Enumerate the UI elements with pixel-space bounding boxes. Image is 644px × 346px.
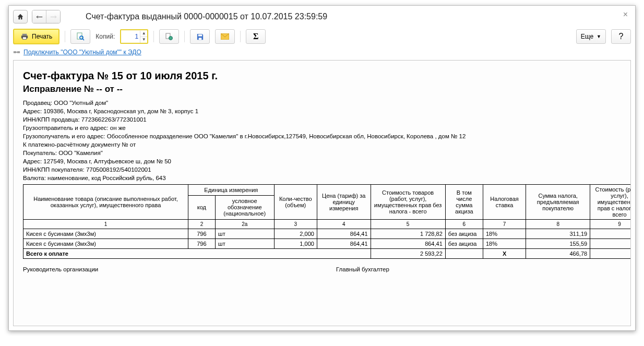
doc-title: Счет-фактура № 15 от 10 июля 2015 г. xyxy=(23,70,630,82)
sigma-icon: Σ xyxy=(253,32,258,41)
svg-point-7 xyxy=(169,37,173,40)
help-button[interactable]: ? xyxy=(611,29,631,44)
th-cost: Стоимость товаров (работ, услуг), имущес… xyxy=(371,185,445,220)
th-excise: В том числе сумма акциза xyxy=(445,185,483,220)
buyer-address: Адрес: 127549, Москва г, Алтуфьевское ш,… xyxy=(23,157,630,165)
close-icon[interactable]: × xyxy=(623,10,628,19)
edo-link[interactable]: Подключить "ООО "Уютный дом"" к ЭДО xyxy=(23,49,141,56)
settings-button[interactable] xyxy=(159,29,179,44)
svg-rect-12 xyxy=(17,51,20,53)
nav-forward-button: 🡒 xyxy=(46,10,60,23)
more-button[interactable]: Еще ▼ xyxy=(576,29,606,44)
floppy-icon xyxy=(196,33,204,41)
buyer-inn: ИНН/КПП покупателя: 7705008192/540102001 xyxy=(23,165,630,174)
th-unit-name: условное обозначение (национальное) xyxy=(215,195,274,219)
seller-address: Адрес: 109386, Москва г, Краснодонская у… xyxy=(23,107,630,115)
seller-line: Продавец: ООО "Уютный дом" xyxy=(23,99,630,107)
table-row: Кисея с бусинами (3мх3м)796шт2,000864,41… xyxy=(23,229,631,239)
payment-doc: К платежно-расчётному документу № от xyxy=(23,140,630,149)
window-title: Счет-фактура выданный 0000-0000015 от 10… xyxy=(86,12,327,21)
sign-head: Руководитель организации xyxy=(23,266,336,272)
shipper: Грузоотправитель и его адрес: он же xyxy=(23,124,630,132)
connect-icon xyxy=(13,49,20,56)
nav-back-button[interactable]: 🡐 xyxy=(32,10,46,23)
document-scroll[interactable]: Счет-фактура № 15 от 10 июля 2015 г. Исп… xyxy=(14,61,630,326)
table-row: Кисея с бусинами (3мх3м)796шт1,000864,41… xyxy=(23,239,631,249)
copies-label: Копий: xyxy=(96,33,115,40)
magnifier-doc-icon xyxy=(76,32,85,41)
email-button[interactable] xyxy=(215,29,235,44)
print-button[interactable]: Печать xyxy=(13,29,59,44)
chevron-down-icon: ▼ xyxy=(597,34,601,39)
totals-row: Всего к оплате2 593,22X466,78 xyxy=(23,249,631,259)
th-taxsum: Сумма налога, предъявляемая покупателю xyxy=(526,185,590,220)
currency: Валюта: наименование, код Российский руб… xyxy=(23,174,630,182)
home-icon xyxy=(17,13,24,20)
printer-icon xyxy=(20,33,29,40)
sum-button[interactable]: Σ xyxy=(246,29,266,44)
svg-line-5 xyxy=(82,39,84,40)
copies-input[interactable] xyxy=(121,33,140,40)
seller-inn: ИНН/КПП продавца: 7723662263/772301001 xyxy=(23,115,630,124)
th-rate: Налоговая ставка xyxy=(483,185,526,220)
th-cost-with-tax: Стоимость (работ, услуг), имущественного… xyxy=(590,185,630,220)
envelope-icon xyxy=(221,33,229,40)
th-name: Наименование товара (описание выполненны… xyxy=(23,185,188,220)
home-button[interactable] xyxy=(13,10,28,23)
consignee: Грузополучатель и его адрес: Обособленно… xyxy=(23,132,630,140)
th-unit-code: код xyxy=(188,195,216,219)
spinner-down[interactable]: ▼ xyxy=(140,37,147,43)
copies-spinner[interactable]: ▲ ▼ xyxy=(120,29,148,44)
svg-rect-11 xyxy=(14,51,16,53)
save-button[interactable] xyxy=(190,29,210,44)
th-qty: Коли-чество (объем) xyxy=(274,185,317,220)
svg-rect-0 xyxy=(22,34,27,36)
doc-correction: Исправление № -- от -- xyxy=(23,84,630,94)
nav-back-forward[interactable]: 🡐 🡒 xyxy=(32,10,61,23)
svg-rect-9 xyxy=(198,38,201,40)
svg-rect-2 xyxy=(23,37,27,39)
page-settings-icon xyxy=(165,32,173,41)
print-label: Печать xyxy=(32,33,52,40)
sign-accountant: Главный бухгалтер xyxy=(336,266,389,272)
spinner-up[interactable]: ▲ xyxy=(140,31,147,37)
preview-button[interactable] xyxy=(70,29,90,44)
svg-rect-8 xyxy=(198,34,202,36)
th-unit-group: Единица измерения xyxy=(188,185,275,196)
buyer: Покупатель: ООО "Камелия" xyxy=(23,149,630,157)
invoice-table: Наименование товара (описание выполненны… xyxy=(23,184,630,259)
th-price: Цена (тариф) за единицу измерения xyxy=(317,185,371,220)
help-icon: ? xyxy=(619,32,624,41)
